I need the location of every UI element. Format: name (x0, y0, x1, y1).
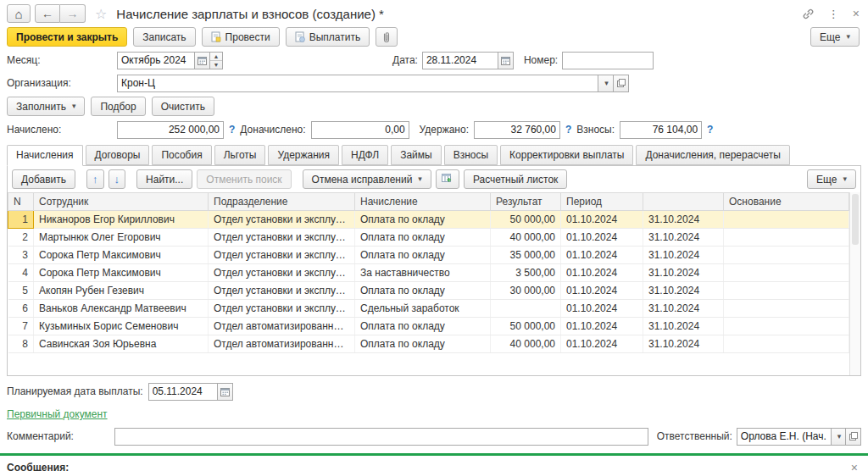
cell-accrual[interactable]: За наставничество (355, 264, 491, 282)
table-row[interactable]: 4 Сорока Петр Максимович Отдел установки… (8, 264, 849, 282)
col-period-end[interactable] (643, 193, 724, 211)
cell-n[interactable]: 8 (8, 335, 34, 353)
accrued-help-link[interactable]: ? (229, 124, 235, 136)
cell-employee[interactable]: Ваньков Александр Матвеевич (34, 300, 209, 318)
cell-result[interactable]: 35 000,00 (491, 247, 561, 264)
cell-employee[interactable]: Сорока Петр Максимович (34, 247, 209, 264)
planned-date-input[interactable] (148, 383, 218, 401)
table-row[interactable]: 2 Мартынюк Олег Егорович Отдел установки… (8, 229, 849, 247)
cell-employee[interactable]: Акопян Рубен Гезевич (34, 282, 209, 300)
move-down-button[interactable]: ↓ (108, 169, 126, 189)
cell-accrual[interactable]: Оплата по окладу (355, 211, 491, 229)
cell-period-start[interactable]: 01.10.2024 (561, 282, 643, 300)
tab-zaymy[interactable]: Займы (391, 145, 442, 165)
withheld-input[interactable] (474, 121, 560, 139)
cell-employee[interactable]: Сорока Петр Максимович (34, 264, 209, 282)
col-basis[interactable]: Основание (724, 193, 849, 211)
post-and-close-button[interactable]: Провести и закрыть (7, 27, 127, 47)
tab-dogovory[interactable]: Договоры (86, 145, 150, 165)
col-employee[interactable]: Сотрудник (34, 193, 209, 211)
month-calendar-button[interactable] (195, 52, 210, 69)
cell-basis[interactable] (724, 318, 849, 335)
cell-n[interactable]: 3 (8, 247, 34, 264)
grid-settings-button[interactable] (436, 169, 459, 189)
col-department[interactable]: Подразделение (209, 193, 355, 211)
cell-result[interactable]: 50 000,00 (491, 318, 561, 335)
home-button[interactable]: ⌂ (7, 4, 31, 23)
contrib-input[interactable] (620, 121, 702, 139)
cell-n[interactable]: 7 (8, 318, 34, 335)
organization-input[interactable] (117, 75, 598, 92)
cell-accrual[interactable]: Оплата по окладу (355, 282, 491, 300)
cell-period-start[interactable]: 01.10.2024 (561, 211, 643, 229)
cell-department[interactable]: Отдел установки и эксплуатации… (209, 211, 355, 229)
cell-n[interactable]: 6 (8, 300, 34, 318)
date-input[interactable] (422, 52, 498, 69)
cell-department[interactable]: Отдел автоматизированных сист… (209, 318, 355, 335)
col-result[interactable]: Результат (491, 193, 561, 211)
planned-date-calendar-button[interactable] (218, 383, 233, 401)
cell-department[interactable]: Отдел установки и эксплуатации… (209, 247, 355, 264)
primary-document-link[interactable]: Первичный документ (7, 408, 108, 420)
window-more-button[interactable]: Еще ▾ (810, 27, 860, 47)
tab-korrektirovki[interactable]: Корректировки выплаты (500, 145, 633, 165)
tab-donachisleniya[interactable]: Доначисления, перерасчеты (636, 145, 789, 165)
menu-dots-icon[interactable]: ⋮ (828, 8, 839, 20)
cell-accrual[interactable]: Оплата по окладу (355, 229, 491, 247)
cell-period-end[interactable]: 31.10.2024 (643, 229, 724, 247)
forward-button[interactable]: → (60, 4, 86, 23)
cell-accrual[interactable]: Оплата по окладу (355, 335, 491, 353)
fill-button[interactable]: Заполнить ▾ (7, 97, 85, 116)
get-link-icon[interactable] (802, 8, 815, 20)
cell-period-end[interactable]: 31.10.2024 (643, 300, 724, 318)
cell-employee[interactable]: Кузьминых Борис Семенович (34, 318, 209, 335)
cell-employee[interactable]: Никаноров Егор Кириллович (34, 211, 209, 229)
responsible-dropdown-button[interactable]: ▾ (832, 428, 847, 446)
cell-n[interactable]: 1 (8, 211, 34, 229)
cell-accrual[interactable]: Оплата по окладу (355, 318, 491, 335)
cell-period-end[interactable]: 31.10.2024 (643, 335, 724, 353)
cell-basis[interactable] (724, 282, 849, 300)
cell-employee[interactable]: Мартынюк Олег Егорович (34, 229, 209, 247)
tab-posobiya[interactable]: Пособия (152, 145, 211, 165)
tab-ndfl[interactable]: НДФЛ (342, 145, 388, 165)
table-row[interactable]: 7 Кузьминых Борис Семенович Отдел автома… (8, 318, 849, 335)
cell-result[interactable]: 40 000,00 (491, 229, 561, 247)
cell-result[interactable] (491, 300, 561, 318)
cell-result[interactable]: 3 500,00 (491, 264, 561, 282)
col-accrual[interactable]: Начисление (355, 193, 491, 211)
cell-result[interactable]: 30 000,00 (491, 282, 561, 300)
tab-nachisleniya[interactable]: Начисления (7, 145, 83, 166)
save-button[interactable]: Записать (133, 27, 195, 47)
cell-period-start[interactable]: 01.10.2024 (561, 247, 643, 264)
post-button[interactable]: Провести (202, 27, 280, 47)
cell-department[interactable]: Отдел установки и эксплуатации… (209, 282, 355, 300)
date-calendar-button[interactable] (498, 52, 514, 69)
comment-input[interactable] (114, 428, 648, 446)
cell-department[interactable]: Отдел установки и эксплуатации… (209, 229, 355, 247)
cell-period-end[interactable]: 31.10.2024 (643, 318, 724, 335)
col-n[interactable]: N (8, 193, 34, 211)
cell-basis[interactable] (724, 264, 849, 282)
cell-result[interactable]: 50 000,00 (491, 211, 561, 229)
move-up-button[interactable]: ↑ (86, 169, 104, 189)
table-row[interactable]: 5 Акопян Рубен Гезевич Отдел установки и… (8, 282, 849, 300)
attachments-button[interactable] (376, 27, 398, 47)
organization-dropdown-button[interactable]: ▾ (598, 75, 614, 92)
messages-close-icon[interactable]: × (851, 461, 858, 471)
cell-employee[interactable]: Савинская Зоя Юрьевна (34, 335, 209, 353)
tab-vznosy[interactable]: Взносы (444, 145, 498, 165)
add-row-button[interactable]: Добавить (12, 169, 75, 189)
cell-accrual[interactable]: Сдельный заработок (355, 300, 491, 318)
pay-button[interactable]: Выплатить (286, 27, 370, 47)
find-button[interactable]: Найти... (136, 169, 192, 189)
window-close-icon[interactable]: × (853, 7, 860, 20)
tab-lgoty[interactable]: Льготы (214, 145, 266, 165)
table-row[interactable]: 1 Никаноров Егор Кириллович Отдел устано… (8, 211, 849, 229)
accrued-input[interactable] (117, 121, 224, 139)
responsible-input[interactable] (737, 428, 832, 446)
grid-more-button[interactable]: Еще ▾ (807, 169, 856, 189)
back-button[interactable]: ← (35, 4, 60, 23)
scrollbar-thumb[interactable] (852, 194, 859, 245)
cell-basis[interactable] (724, 300, 849, 318)
